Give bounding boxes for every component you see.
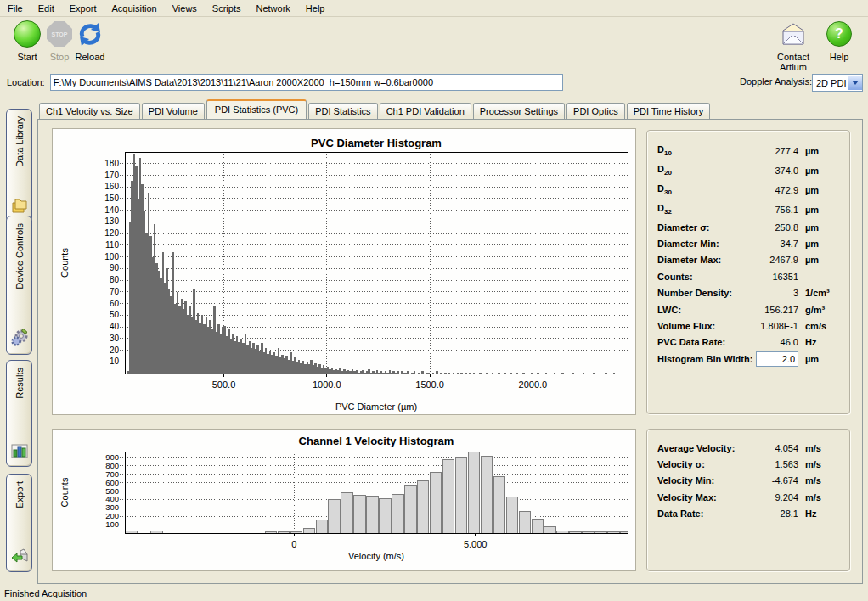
tab-pdi-time-history[interactable]: PDI Time History [627,103,711,119]
svg-text:500.0: 500.0 [212,379,236,390]
stat-label: Diameter Min: [657,239,746,249]
stat-label: Diameter Max: [657,255,746,265]
stat-row: Velocity Max:9.204m/s [657,489,841,505]
stat-unit: m/s [798,459,841,469]
folders-icon [10,198,29,215]
stat-label: Counts: [657,272,746,282]
status-bar: Finished Acquisition [0,585,868,601]
contact-artium-label: Contact Artium [768,52,819,72]
stat-row: Diameter Max:2467.9µm [657,252,841,268]
stat-row: Diameter σ:250.8µm [657,219,841,235]
menu-item-scripts[interactable]: Scripts [205,2,249,15]
stat-value: 472.9 [746,185,798,195]
svg-text:80: 80 [110,275,120,284]
stat-row: D10277.4µm [657,141,841,160]
stat-label: PVC Data Rate: [657,337,746,347]
sidebar-item-label: Data Library [14,116,25,167]
stat-unit: Hz [798,337,841,347]
menu-item-views[interactable]: Views [165,2,205,15]
sidebar-item-data-library[interactable]: Data Library [6,109,32,222]
contact-artium-button[interactable]: Contact Artium [768,19,819,72]
tab-pdi-optics[interactable]: PDI Optics [566,103,625,119]
svg-text:700: 700 [105,469,119,479]
svg-text:1000.0: 1000.0 [313,379,341,390]
doppler-analysis-value: 2D PDI [813,78,848,88]
stat-unit: µm [798,146,841,156]
stat-label: Average Velocity: [657,443,746,453]
stat-row: D20374.0µm [657,160,841,180]
stat-unit: µm [798,205,841,215]
velocity-histogram-chart: 10020030040050060070080090005.000Channel… [53,430,635,570]
stat-unit: µm [798,185,841,195]
stat-label: LWC: [657,305,746,315]
stat-label: Diameter σ: [657,222,746,233]
doppler-analysis-select[interactable]: 2D PDI [812,74,863,92]
svg-text:140: 140 [104,205,119,215]
tab-pdi-statistics-pvc-[interactable]: PDI Statistics (PVC) [206,99,307,119]
sidebar-item-export[interactable]: Export [6,474,32,572]
menu-item-network[interactable]: Network [248,2,297,15]
svg-text:Counts: Counts [59,477,70,507]
menu-item-export[interactable]: Export [62,2,104,15]
svg-text:20: 20 [110,345,120,355]
menu-item-edit[interactable]: Edit [31,2,62,15]
sidebar-item-label: Results [14,368,25,399]
sidebar-item-results[interactable]: Results [6,360,32,467]
stat-row: D32756.1µm [657,199,841,219]
svg-text:1500.0: 1500.0 [415,379,444,390]
svg-text:160: 160 [104,182,119,191]
stat-value: 46.0 [746,337,798,347]
stat-label: Volume Flux: [657,321,746,331]
stat-label: Histogram Bin Width: [657,354,756,364]
svg-text:200: 200 [105,511,119,520]
tab-pdi-statistics[interactable]: PDI Statistics [308,103,377,119]
svg-text:5.000: 5.000 [464,539,488,549]
aims-application-window: FileEditExportAcquisitionViewsScriptsNet… [0,0,868,601]
stat-row: Number Density:31/cm³ [657,285,841,301]
svg-text:150: 150 [104,194,119,203]
tab-ch1-velocity-vs-size[interactable]: Ch1 Velocity vs. Size [39,103,140,119]
stat-value: -4.674 [746,475,798,486]
menu-item-file[interactable]: File [0,2,31,15]
help-button[interactable]: ? Help [820,19,858,62]
location-label: Location: [7,77,45,87]
envelope-icon [779,22,808,46]
svg-text:10: 10 [110,357,120,366]
tab-ch1-pdi-validation[interactable]: Ch1 PDI Validation [380,103,471,119]
histogram-bin-width-input[interactable] [756,351,798,367]
svg-text:110: 110 [105,240,119,250]
reload-button[interactable]: Reload [66,19,114,62]
svg-text:900: 900 [105,452,119,462]
gears-icon [10,329,29,347]
diameter-statistics-groupbox: D10277.4µmD20374.0µmD30472.9µmD32756.1µm… [646,130,850,414]
sidebar-item-device-controls[interactable]: Device Controls [6,216,32,355]
sidebar-item-label: Export [14,481,25,508]
menu-item-help[interactable]: Help [298,2,333,15]
svg-text:Velocity (m/s): Velocity (m/s) [348,551,404,561]
chevron-down-icon[interactable] [848,76,862,90]
svg-text:400: 400 [105,494,119,503]
menu-item-acquisition[interactable]: Acquisition [104,2,165,15]
tab-processor-settings[interactable]: Processor Settings [473,103,565,119]
stat-unit: µm [798,166,841,176]
stat-row: LWC:156.217g/m³ [657,301,841,317]
tab-pdi-volume[interactable]: PDI Volume [142,103,205,119]
svg-text:90: 90 [110,263,120,272]
stat-value: 1.563 [746,459,798,469]
menu-bar: FileEditExportAcquisitionViewsScriptsNet… [0,0,868,17]
help-button-label: Help [820,52,858,62]
svg-text:100: 100 [104,252,119,261]
reload-button-label: Reload [66,52,114,62]
location-input[interactable] [50,74,563,91]
help-icon: ? [826,21,852,47]
stat-unit: µm [798,255,841,265]
stat-row: Counts:16351 [657,268,841,284]
stat-unit: m/s [798,443,841,453]
stat-unit: g/m³ [798,305,841,315]
stat-value: 28.1 [746,508,798,519]
stat-label: D32 [657,203,746,216]
export-icon [10,548,29,564]
stat-value: 4.054 [746,443,798,453]
stat-value: 374.0 [746,166,798,176]
pvc-diameter-histogram-panel: 1020304050607080901001101201301401501601… [52,128,636,415]
